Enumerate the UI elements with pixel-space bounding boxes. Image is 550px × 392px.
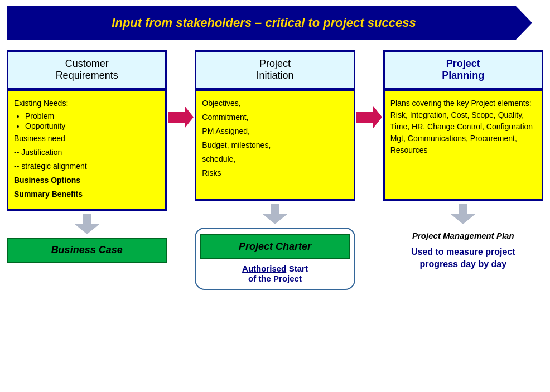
- right-arrow-icon-1: [168, 106, 194, 128]
- output-label-1: Business Case: [51, 244, 123, 255]
- right-arrow-icon-2: [356, 106, 382, 128]
- of-project-text: of the Project: [200, 274, 349, 283]
- pink-arrow-2: [355, 50, 383, 128]
- content-line: -- Justification: [14, 147, 160, 158]
- svg-rect-6: [459, 204, 467, 215]
- list-item: Problem: [25, 112, 160, 120]
- used-text: Used to measure projectprogress day by d…: [411, 246, 515, 271]
- header-customer-requirements: CustomerRequirements: [7, 50, 167, 89]
- svg-marker-5: [356, 106, 382, 128]
- content-line: -- strategic alignment: [14, 161, 160, 172]
- content-list: Problem Opportunity: [14, 112, 160, 130]
- content-project-planning: Plans covering the key Project elements:…: [383, 89, 543, 201]
- column-customer-requirements: CustomerRequirements Existing Needs: Pro…: [7, 50, 167, 263]
- arrow-shape: Input from stakeholders – critical to pr…: [7, 6, 532, 40]
- content-line-bold: Summary Benefits: [14, 188, 160, 200]
- authorised-text: Authorised Start: [200, 264, 349, 274]
- content-line: PM Assigned,: [202, 125, 348, 137]
- authorised-underline: Authorised: [242, 264, 286, 273]
- content-line: schedule,: [202, 153, 348, 165]
- start-text: Start: [289, 264, 308, 273]
- header-project-initiation: ProjectInitiation: [195, 50, 355, 89]
- diagram-container: Input from stakeholders – critical to pr…: [0, 0, 550, 392]
- svg-marker-4: [263, 214, 287, 224]
- content-line: Plans covering the key Project elements:…: [390, 98, 536, 156]
- content-line: Budget, milestones,: [202, 139, 348, 151]
- top-banner: Input from stakeholders – critical to pr…: [7, 6, 543, 40]
- down-arrow-3: [451, 204, 475, 224]
- pink-arrow-1: [167, 50, 195, 128]
- output-plan-label: Project Management Plan: [412, 231, 514, 240]
- content-line: Existing Needs:: [14, 98, 160, 109]
- content-project-initiation: Objectives, Commitment, PM Assigned, Bud…: [195, 89, 355, 201]
- content-line: Commitment,: [202, 112, 348, 123]
- output-label-2: Project Charter: [239, 241, 311, 252]
- svg-rect-3: [271, 204, 279, 215]
- list-item: Opportunity: [25, 122, 160, 130]
- content-customer-requirements: Existing Needs: Problem Opportunity Busi…: [7, 89, 167, 211]
- charter-container: Project Charter Authorised Start of the …: [195, 228, 355, 290]
- output-business-case: Business Case: [7, 238, 167, 263]
- banner-text: Input from stakeholders – critical to pr…: [112, 16, 427, 30]
- header-label-1: CustomerRequirements: [56, 58, 118, 81]
- svg-rect-0: [83, 214, 91, 225]
- header-label-3: ProjectPlanning: [442, 58, 484, 81]
- content-line-bold: Business Options: [14, 175, 160, 186]
- column-project-planning: ProjectPlanning Plans covering the key P…: [383, 50, 543, 271]
- header-project-planning: ProjectPlanning: [383, 50, 543, 89]
- down-arrow-2: [263, 204, 287, 224]
- content-line: Business need: [14, 133, 160, 144]
- down-arrow-1: [75, 214, 99, 234]
- svg-marker-7: [451, 214, 475, 224]
- content-line: Objectives,: [202, 98, 348, 109]
- svg-marker-2: [168, 106, 194, 128]
- output-project-charter: Project Charter: [200, 234, 349, 259]
- content-line: Risks: [202, 167, 348, 179]
- header-label-2: ProjectInitiation: [256, 58, 293, 81]
- svg-marker-1: [75, 224, 99, 234]
- column-project-initiation: ProjectInitiation Objectives, Commitment…: [195, 50, 355, 290]
